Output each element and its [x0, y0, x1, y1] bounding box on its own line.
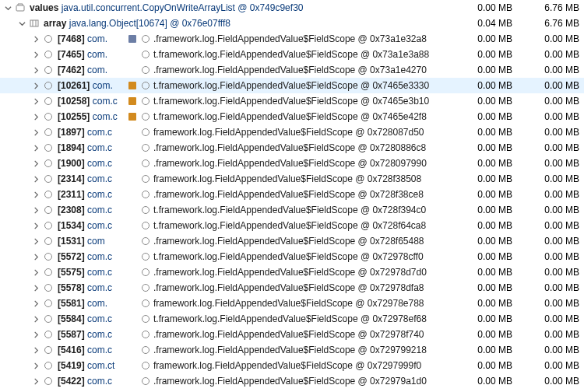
object-icon	[42, 173, 55, 185]
object-icon	[42, 235, 55, 247]
object-icon	[42, 266, 55, 278]
tree-row[interactable]: [5581] com.0.00 MB0.00 MB	[0, 296, 584, 311]
tree-row-values[interactable]: values java.util.concurrent.CopyOnWriteA…	[0, 0, 584, 16]
expand-icon[interactable]	[31, 96, 40, 106]
node-label: com	[87, 236, 105, 247]
node-index: [5587]	[58, 329, 85, 340]
expand-icon[interactable]	[31, 143, 40, 152]
svg-rect-0	[16, 5, 24, 11]
expand-icon[interactable]	[31, 65, 40, 75]
collapse-icon[interactable]	[3, 3, 12, 12]
retained-size: 0.00 MB	[517, 313, 584, 324]
node-index: [10255]	[58, 111, 90, 122]
shallow-size: 0.00 MB	[450, 329, 517, 340]
expand-icon[interactable]	[31, 128, 40, 137]
tree-row[interactable]: [5422] com.c0.00 MB0.00 MB	[0, 373, 584, 389]
tree-row[interactable]: [10261] com.0.00 MB0.00 MB	[0, 78, 584, 93]
expand-icon[interactable]	[31, 81, 40, 90]
node-index: [5419]	[58, 360, 85, 371]
node-label: com.c	[87, 267, 112, 278]
tree-row[interactable]: [1900] com.c0.00 MB0.00 MB	[0, 156, 584, 171]
retained-size: 0.00 MB	[517, 298, 584, 309]
expand-icon[interactable]	[31, 159, 40, 168]
tree-row[interactable]: [10258] com.c0.00 MB0.00 MB	[0, 93, 584, 109]
svg-point-21	[45, 300, 52, 307]
tree-row[interactable]: [1534] com.c0.00 MB0.00 MB	[0, 218, 584, 233]
expand-icon[interactable]	[31, 268, 40, 277]
node-label: com.c	[93, 111, 118, 122]
tree-row[interactable]: [5419] com.ct0.00 MB0.00 MB	[0, 358, 584, 373]
object-icon	[42, 204, 55, 216]
expand-icon[interactable]	[31, 252, 40, 261]
expand-icon[interactable]	[31, 174, 40, 184]
node-label: com.	[87, 65, 107, 75]
heap-tree[interactable]: values java.util.concurrent.CopyOnWriteA…	[0, 0, 584, 392]
tree-row[interactable]: [5572] com.c0.00 MB0.00 MB	[0, 249, 584, 264]
tree-row[interactable]: [5416] com.c0.00 MB0.00 MB	[0, 342, 584, 358]
tree-row[interactable]: [1531] com0.00 MB0.00 MB	[0, 233, 584, 249]
expand-icon[interactable]	[31, 34, 40, 44]
expand-icon[interactable]	[31, 330, 40, 339]
expand-icon[interactable]	[31, 299, 40, 308]
object-icon	[42, 344, 55, 356]
tree-row[interactable]: [5425] com.0.00 MB0.00 MB	[0, 389, 584, 392]
node-index: [2311]	[58, 189, 85, 200]
tree-row[interactable]: [5587] com.c0.00 MB0.00 MB	[0, 327, 584, 342]
svg-point-8	[45, 98, 52, 105]
node-label: com.c	[87, 282, 112, 293]
node-index: [1897]	[58, 127, 85, 138]
node-index: [5416]	[58, 345, 85, 355]
shallow-size: 0.00 MB	[450, 345, 517, 355]
expand-icon[interactable]	[31, 376, 40, 386]
svg-point-7	[45, 82, 52, 89]
expand-icon[interactable]	[31, 283, 40, 292]
svg-point-23	[45, 331, 52, 338]
tree-row[interactable]: [2314] com.c0.00 MB0.00 MB	[0, 171, 584, 187]
node-label: com.c	[87, 220, 112, 231]
retained-size: 0.00 MB	[517, 33, 584, 44]
node-label: com.c	[87, 376, 112, 387]
svg-point-5	[45, 51, 52, 58]
shallow-size: 0.00 MB	[450, 173, 517, 184]
tree-row[interactable]: [2308] com.c0.00 MB0.00 MB	[0, 202, 584, 218]
tree-row[interactable]: [1894] com.c0.00 MB0.00 MB	[0, 140, 584, 156]
tree-row[interactable]: [10255] com.c0.00 MB0.00 MB	[0, 109, 584, 124]
expand-icon[interactable]	[31, 314, 40, 324]
expand-icon[interactable]	[31, 345, 40, 355]
object-icon	[42, 297, 55, 310]
tree-row[interactable]: [7468] com.0.00 MB0.00 MB	[0, 31, 584, 47]
node-label: com.c	[87, 205, 112, 215]
retained-size: 0.00 MB	[517, 96, 584, 107]
object-icon	[42, 48, 55, 61]
expand-icon[interactable]	[31, 50, 40, 59]
tree-row-array[interactable]: array java.lang.Object[10674] @ 0x76e07f…	[0, 16, 584, 31]
expand-icon[interactable]	[31, 236, 40, 246]
tree-row[interactable]: [5575] com.c0.00 MB0.00 MB	[0, 264, 584, 280]
tree-row[interactable]: [5584] com.c0.00 MB0.00 MB	[0, 311, 584, 327]
svg-point-22	[45, 316, 52, 323]
tree-row[interactable]: [5578] com.c0.00 MB0.00 MB	[0, 280, 584, 296]
expand-icon[interactable]	[31, 112, 40, 121]
expand-icon[interactable]	[31, 361, 40, 370]
expand-icon[interactable]	[31, 190, 40, 199]
retained-size: 0.00 MB	[517, 49, 584, 60]
shallow-size: 0.00 MB	[450, 33, 517, 44]
shallow-size: 0.00 MB	[450, 80, 517, 91]
svg-point-16	[45, 222, 52, 229]
expand-icon[interactable]	[31, 221, 40, 230]
object-icon	[42, 188, 55, 201]
object-icon	[42, 142, 55, 154]
object-icon	[42, 359, 55, 372]
tree-row[interactable]: [1897] com.c0.00 MB0.00 MB	[0, 124, 584, 140]
collapse-icon[interactable]	[17, 19, 26, 28]
node-label: com.c	[87, 345, 112, 355]
tree-row[interactable]: [7465] com.0.00 MB0.00 MB	[0, 47, 584, 62]
retained-size: 0.00 MB	[517, 282, 584, 293]
tree-row[interactable]: [2311] com.c0.00 MB0.00 MB	[0, 187, 584, 202]
tree-row[interactable]: [7462] com.0.00 MB0.00 MB	[0, 62, 584, 78]
shallow-size: 0.00 MB	[450, 2, 517, 13]
node-label: com.c	[87, 158, 112, 169]
retained-size: 0.00 MB	[517, 360, 584, 371]
retained-size: 0.00 MB	[517, 345, 584, 355]
expand-icon[interactable]	[31, 205, 40, 215]
